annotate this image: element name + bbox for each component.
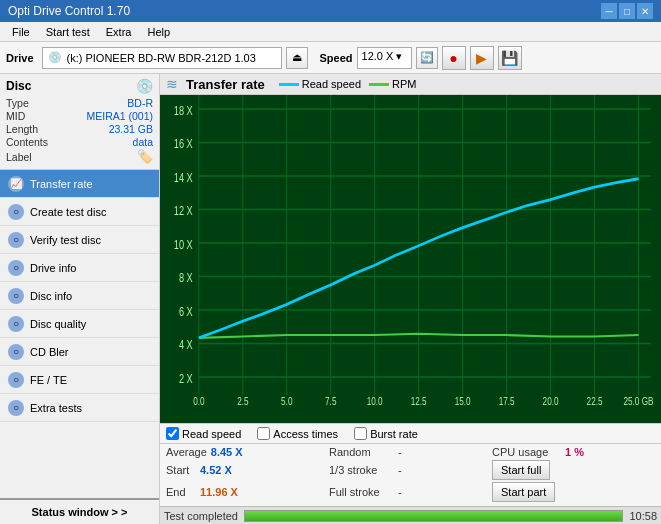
cpu-val: 1 % bbox=[565, 446, 605, 458]
nav-label-quality: Disc quality bbox=[30, 318, 86, 330]
toolbar: Drive 💿 (k:) PIONEER BD-RW BDR-212D 1.03… bbox=[0, 42, 661, 74]
stats-row-2: Start 4.52 X 1/3 stroke - Start full bbox=[166, 460, 655, 480]
drive-value: (k:) PIONEER BD-RW BDR-212D 1.03 bbox=[67, 52, 256, 64]
chart-controls: Read speed Access times Burst rate bbox=[160, 423, 661, 443]
maximize-button[interactable]: □ bbox=[619, 3, 635, 19]
nav-label-create: Create test disc bbox=[30, 206, 106, 218]
checkbox-burst-rate-label: Burst rate bbox=[370, 428, 418, 440]
checkbox-access-times[interactable]: Access times bbox=[257, 427, 338, 440]
sidebar: Disc 💿 Type BD-R MID MEIRA1 (001) Length… bbox=[0, 74, 160, 524]
close-button[interactable]: ✕ bbox=[637, 3, 653, 19]
disc-icon: 💿 bbox=[136, 78, 153, 94]
checkbox-burst-rate-input[interactable] bbox=[354, 427, 367, 440]
stroke1-val: - bbox=[398, 464, 402, 476]
stat-start: Start 4.52 X bbox=[166, 460, 329, 480]
refresh-button[interactable]: 🔄 bbox=[416, 47, 438, 69]
speed-label: Speed bbox=[320, 52, 353, 64]
end-val: 11.96 X bbox=[200, 486, 240, 498]
chart-container: 18 X 16 X 14 X 12 X 10 X 8 X 6 X 4 X 2 X… bbox=[160, 95, 661, 423]
stat-start-part: Start part bbox=[492, 482, 655, 502]
svg-text:15.0: 15.0 bbox=[455, 395, 471, 408]
avg-val: 8.45 X bbox=[211, 446, 251, 458]
speed-select[interactable]: 12.0 X ▾ bbox=[357, 47, 412, 69]
minimize-button[interactable]: ─ bbox=[601, 3, 617, 19]
drive-select[interactable]: 💿 (k:) PIONEER BD-RW BDR-212D 1.03 bbox=[42, 47, 282, 69]
stat-random: Random - bbox=[329, 446, 492, 458]
nav-icon-drive: ○ bbox=[8, 260, 24, 276]
nav-drive-info[interactable]: ○ Drive info bbox=[0, 254, 159, 282]
cpu-label: CPU usage bbox=[492, 446, 557, 458]
nav-menu: 📈 Transfer rate ○ Create test disc ○ Ver… bbox=[0, 170, 159, 498]
contents-key: Contents bbox=[6, 136, 48, 148]
nav-disc-info[interactable]: ○ Disc info bbox=[0, 282, 159, 310]
nav-icon-transfer: 📈 bbox=[8, 176, 24, 192]
svg-text:6 X: 6 X bbox=[179, 304, 193, 318]
chart-area: ≋ Transfer rate Read speed RPM bbox=[160, 74, 661, 524]
length-val: 23.31 GB bbox=[109, 123, 153, 135]
mid-key: MID bbox=[6, 110, 25, 122]
nav-label-fete: FE / TE bbox=[30, 374, 67, 386]
disc-contents-row: Contents data bbox=[6, 136, 153, 148]
start-part-button[interactable]: Start part bbox=[492, 482, 555, 502]
disc-mid-row: MID MEIRA1 (001) bbox=[6, 110, 153, 122]
menu-extra[interactable]: Extra bbox=[98, 24, 140, 40]
menu-file[interactable]: File bbox=[4, 24, 38, 40]
checkbox-burst-rate[interactable]: Burst rate bbox=[354, 427, 418, 440]
legend-read-speed: Read speed bbox=[279, 78, 361, 90]
stat-avg: Average 8.45 X bbox=[166, 446, 329, 458]
nav-label-verify: Verify test disc bbox=[30, 234, 101, 246]
svg-text:2 X: 2 X bbox=[179, 371, 193, 385]
nav-verify-test-disc[interactable]: ○ Verify test disc bbox=[0, 226, 159, 254]
nav-icon-quality: ○ bbox=[8, 316, 24, 332]
nav-disc-quality[interactable]: ○ Disc quality bbox=[0, 310, 159, 338]
legend-rpm: RPM bbox=[369, 78, 416, 90]
length-key: Length bbox=[6, 123, 38, 135]
disc-type-row: Type BD-R bbox=[6, 97, 153, 109]
nav-label-disc: Disc info bbox=[30, 290, 72, 302]
legend-color-rpm bbox=[369, 83, 389, 86]
svg-text:4 X: 4 X bbox=[179, 338, 193, 352]
nav-icon-disc: ○ bbox=[8, 288, 24, 304]
nav-transfer-rate[interactable]: 📈 Transfer rate bbox=[0, 170, 159, 198]
disc-section-label: Disc bbox=[6, 79, 31, 93]
svg-text:12 X: 12 X bbox=[174, 204, 193, 218]
checkbox-read-speed-input[interactable] bbox=[166, 427, 179, 440]
progress-bar-fill bbox=[245, 511, 622, 521]
stroke2-label: Full stroke bbox=[329, 486, 394, 498]
legend-label-rpm: RPM bbox=[392, 78, 416, 90]
start-full-button[interactable]: Start full bbox=[492, 460, 550, 480]
disc-action-btn1[interactable]: ● bbox=[442, 46, 466, 70]
menubar: File Start test Extra Help bbox=[0, 22, 661, 42]
type-val: BD-R bbox=[127, 97, 153, 109]
stat-end: End 11.96 X bbox=[166, 482, 329, 502]
nav-create-test-disc[interactable]: ○ Create test disc bbox=[0, 198, 159, 226]
checkbox-read-speed[interactable]: Read speed bbox=[166, 427, 241, 440]
eject-button[interactable]: ⏏ bbox=[286, 47, 308, 69]
status-window-button[interactable]: Status window > > bbox=[0, 498, 159, 524]
stats-panel: Average 8.45 X Random - CPU usage 1 % St… bbox=[160, 443, 661, 506]
speed-value: 12.0 X ▾ bbox=[362, 50, 403, 62]
svg-text:12.5: 12.5 bbox=[411, 395, 427, 408]
nav-fe-te[interactable]: ○ FE / TE bbox=[0, 366, 159, 394]
start-val: 4.52 X bbox=[200, 464, 240, 476]
disc-action-btn2[interactable]: ▶ bbox=[470, 46, 494, 70]
progress-bar bbox=[244, 510, 623, 522]
nav-label-drive: Drive info bbox=[30, 262, 76, 274]
nav-extra-tests[interactable]: ○ Extra tests bbox=[0, 394, 159, 422]
disc-label-row: Label 🏷️ bbox=[6, 149, 153, 164]
chart-header: ≋ Transfer rate Read speed RPM bbox=[160, 74, 661, 95]
svg-text:22.5: 22.5 bbox=[587, 395, 603, 408]
status-btn-label: Status window > > bbox=[32, 506, 128, 518]
nav-label-extra: Extra tests bbox=[30, 402, 82, 414]
nav-cd-bler[interactable]: ○ CD Bler bbox=[0, 338, 159, 366]
progress-bar-container: Test completed 10:58 bbox=[160, 506, 661, 524]
checkbox-access-times-label: Access times bbox=[273, 428, 338, 440]
main-area: Disc 💿 Type BD-R MID MEIRA1 (001) Length… bbox=[0, 74, 661, 524]
svg-text:20.0: 20.0 bbox=[543, 395, 559, 408]
menu-start-test[interactable]: Start test bbox=[38, 24, 98, 40]
label-icon: 🏷️ bbox=[137, 149, 153, 164]
checkbox-read-speed-label: Read speed bbox=[182, 428, 241, 440]
save-button[interactable]: 💾 bbox=[498, 46, 522, 70]
checkbox-access-times-input[interactable] bbox=[257, 427, 270, 440]
menu-help[interactable]: Help bbox=[139, 24, 178, 40]
